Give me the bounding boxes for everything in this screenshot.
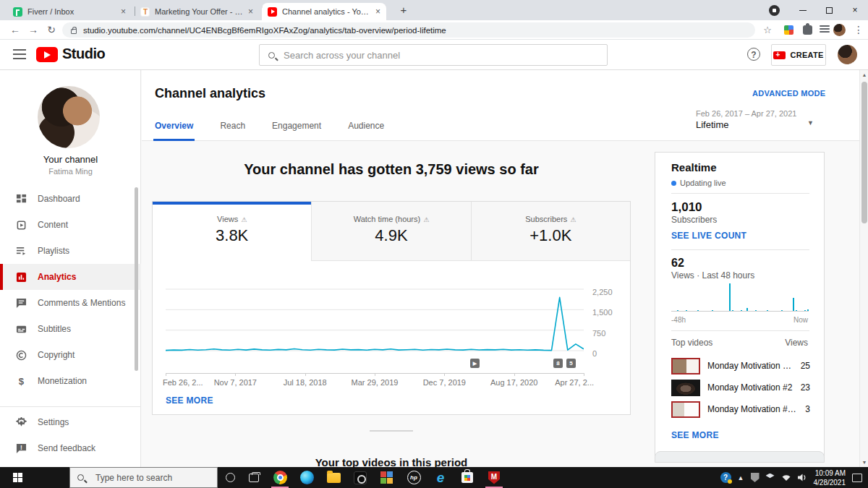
volume-icon[interactable] — [798, 474, 807, 481]
metric-tab-watch-time-hours[interactable]: Watch time (hours)⚠4.9K — [311, 202, 470, 261]
sidebar-scrollbar[interactable] — [135, 187, 138, 371]
extension-icon[interactable] — [784, 25, 793, 35]
top-video-row[interactable]: Monday Motivation #8: Belie...25 — [671, 355, 810, 377]
sidebar-item-customization-partial[interactable]: Customization — [0, 394, 141, 403]
youtube-logo[interactable] — [36, 47, 58, 62]
realtime-see-more-link[interactable]: SEE MORE — [671, 430, 719, 440]
hamburger-menu-icon[interactable] — [13, 49, 26, 59]
page-scrollbar[interactable]: ▲ ▼ — [859, 70, 868, 467]
tab-close-icon[interactable]: × — [121, 7, 126, 17]
sidebar-item-analytics[interactable]: Analytics — [0, 264, 141, 290]
browser-tab-channel[interactable]: Channel analytics - YouTube Stu× — [262, 3, 386, 20]
scroll-up-icon[interactable]: ▲ — [861, 72, 867, 77]
minimize-button[interactable] — [790, 0, 816, 20]
dropbox-tray-icon[interactable] — [766, 474, 775, 482]
realtime-views-count: 62 — [671, 257, 684, 270]
bookmark-star-icon[interactable]: ☆ — [760, 22, 775, 38]
chrome-icon[interactable] — [271, 468, 289, 487]
wifi-icon[interactable] — [781, 474, 791, 481]
sidebar-item-playlists[interactable]: Playlists — [0, 238, 141, 264]
mcafee-icon[interactable]: M — [485, 468, 503, 487]
top-video-row[interactable]: Monday Motivation #223 — [671, 377, 810, 398]
address-bar[interactable]: studio.youtube.com/channel/UC4ENBcgBf6em… — [62, 22, 755, 38]
cortana-icon[interactable] — [221, 468, 239, 487]
warning-icon: ⚠ — [570, 216, 576, 223]
tab-reach[interactable]: Reach — [220, 116, 245, 141]
create-button[interactable]: CREATE — [771, 44, 826, 66]
scroll-down-icon[interactable]: ▼ — [861, 460, 867, 465]
sidebar-item-monetization[interactable]: $Monetization — [0, 368, 141, 394]
sidebar-item-settings[interactable]: Settings — [0, 409, 141, 435]
video-marker-count[interactable]: 8 — [553, 359, 563, 368]
advanced-mode-link[interactable]: ADVANCED MODE — [752, 89, 825, 98]
antivirus-tray-icon[interactable] — [751, 473, 760, 482]
taskbar-clock[interactable]: 10:09 AM 4/28/2021 — [814, 468, 846, 487]
action-center-icon[interactable] — [852, 474, 862, 482]
camera-app-icon[interactable] — [351, 468, 370, 487]
axis-tick-mark — [305, 373, 306, 376]
feedback-icon: ! — [15, 442, 27, 454]
hidden-icons-chevron[interactable]: ▲ — [738, 474, 744, 481]
sidebar-item-subtitles[interactable]: Subtitles — [0, 316, 141, 342]
see-live-count-link[interactable]: SEE LIVE COUNT — [671, 231, 746, 241]
period-selector[interactable]: Lifetime — [696, 119, 729, 130]
maximize-button[interactable] — [816, 0, 842, 20]
file-explorer-icon[interactable] — [324, 468, 343, 487]
sidebar-item-comments-mentions[interactable]: Comments & Mentions — [0, 290, 141, 316]
start-button[interactable] — [0, 467, 35, 488]
x-axis-tick: Feb 26, 2... — [163, 378, 203, 387]
photos-app-icon[interactable] — [378, 468, 396, 487]
chevron-down-icon[interactable]: ▼ — [807, 119, 814, 127]
task-view-icon[interactable] — [244, 468, 263, 487]
browser-tab-marketing[interactable]: Marketing Your Offer - Pt 1 | The× — [135, 3, 259, 20]
taskbar-search-input[interactable]: Type here to search — [69, 467, 218, 488]
hp-support-tray-icon[interactable]: ? — [720, 472, 731, 483]
sidebar-item-customization[interactable]: Customization — [0, 394, 141, 403]
tab-close-icon[interactable]: × — [375, 7, 380, 17]
realtime-views-label: Views · Last 48 hours — [671, 270, 754, 281]
tab-close-icon[interactable]: × — [248, 7, 253, 17]
top-video-row[interactable]: Monday Motivation #10: HOW...3 — [671, 398, 810, 420]
new-tab-button[interactable]: + — [394, 4, 413, 17]
microsoft-store-icon[interactable] — [458, 468, 477, 487]
tab-overview[interactable]: Overview — [155, 116, 193, 141]
metric-label: Views⚠ — [153, 215, 311, 223]
metric-tab-subscribers[interactable]: Subscribers⚠+1.0K — [471, 202, 630, 261]
browser-profile-avatar[interactable] — [833, 24, 846, 36]
help-icon[interactable]: ? — [747, 48, 760, 61]
close-button[interactable]: × — [842, 0, 868, 20]
sidebar-item-send-feedback[interactable]: !Send feedback — [0, 435, 141, 461]
extensions-puzzle-icon[interactable] — [803, 25, 812, 35]
browser-tab-fiverr[interactable]: Fiverr / Inbox× — [7, 3, 132, 20]
tab-title: Marketing Your Offer - Pt 1 | The — [155, 7, 244, 16]
sidebar-item-dashboard[interactable]: Dashboard — [0, 186, 141, 212]
back-button[interactable]: ← — [7, 22, 23, 38]
channel-avatar[interactable] — [38, 86, 100, 148]
forward-button[interactable]: → — [25, 22, 41, 38]
metric-tab-views[interactable]: Views⚠3.8K — [153, 202, 311, 261]
studio-brand[interactable]: Studio — [62, 46, 105, 62]
hp-app-icon[interactable]: hp — [404, 468, 423, 487]
browser-menu-icon[interactable]: ⋮ — [851, 22, 867, 38]
copyright-icon — [15, 349, 27, 361]
reload-button[interactable]: ↻ — [43, 22, 59, 38]
internet-explorer-icon[interactable]: e — [431, 468, 450, 487]
views-line-chart[interactable] — [166, 275, 584, 354]
divider — [671, 249, 809, 250]
channel-search-input[interactable]: Search across your channel — [259, 44, 608, 66]
tab-audience[interactable]: Audience — [348, 116, 384, 141]
reading-list-icon[interactable] — [820, 25, 830, 35]
chart-see-more-link[interactable]: SEE MORE — [166, 395, 213, 406]
divider — [671, 193, 809, 194]
edge-icon[interactable] — [297, 468, 316, 487]
sidebar-item-copyright[interactable]: Copyright — [0, 342, 141, 368]
realtime-bar-chart[interactable] — [671, 283, 809, 312]
account-avatar[interactable] — [838, 45, 857, 64]
video-marker-count[interactable]: 5 — [566, 359, 576, 368]
sidebar-item-content[interactable]: Content — [0, 212, 141, 238]
video-marker-play-icon[interactable]: ▶ — [470, 359, 480, 368]
media-controls-button[interactable] — [769, 5, 780, 16]
tab-engagement[interactable]: Engagement — [272, 116, 321, 141]
scrollbar-thumb[interactable] — [861, 82, 867, 223]
clock-time: 10:09 AM — [815, 469, 846, 477]
